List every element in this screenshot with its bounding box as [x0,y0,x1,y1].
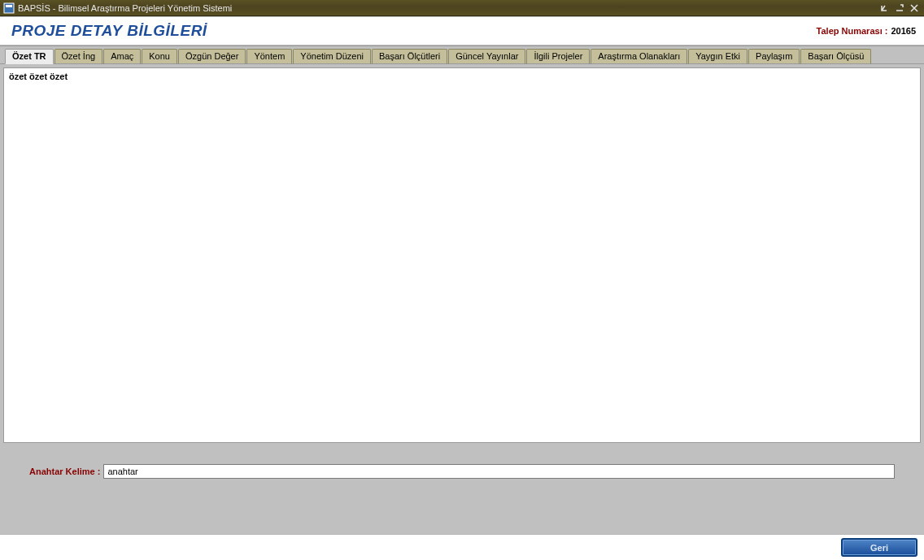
request-number-label: Talep Numarası : [817,26,888,36]
footer: Geri [0,534,924,560]
minimize-icon[interactable] [878,2,891,14]
header: PROJE DETAY BİLGİLERİ Talep Numarası : 2… [0,16,924,46]
request-number-value: 20165 [891,26,916,36]
tab-13[interactable]: Başarı Ölçüsü [800,49,871,64]
back-button-label: Geri [870,543,888,553]
tab-8[interactable]: Güncel Yayınlar [448,49,525,64]
request-number: Talep Numarası : 20165 [817,26,916,36]
tab-3[interactable]: Konu [142,49,177,64]
keyword-input[interactable] [103,464,895,479]
tab-5[interactable]: Yöntem [246,49,292,64]
keyword-row: Anahtar Kelime : [3,464,921,479]
app-window: BAPSİS - Bilimsel Araştırma Projeleri Yö… [0,0,924,560]
workarea: özet özet özet Anahtar Kelime : [0,64,924,534]
content-panel[interactable]: özet özet özet [3,67,921,443]
back-button[interactable]: Geri [841,538,917,557]
keyword-label: Anahtar Kelime : [29,467,100,476]
tab-7[interactable]: Başarı Ölçütleri [372,49,447,64]
tab-6[interactable]: Yönetim Düzeni [293,49,371,64]
tab-4[interactable]: Özgün Değer [178,49,246,64]
tab-12[interactable]: Paylaşım [748,49,800,64]
app-icon [3,2,15,14]
content-text: özet özet özet [9,72,68,81]
svg-rect-0 [4,3,14,13]
maximize-icon[interactable] [893,2,906,14]
close-icon[interactable] [908,2,921,14]
tab-10[interactable]: Araştırma Olanakları [591,49,687,64]
window-controls [878,2,924,14]
tab-wrap: Özet TRÖzet İngAmaçKonuÖzgün DeğerYöntem… [0,46,924,64]
tab-0[interactable]: Özet TR [5,49,54,64]
window-title: BAPSİS - Bilimsel Araştırma Projeleri Yö… [18,3,232,13]
tabbar: Özet TRÖzet İngAmaçKonuÖzgün DeğerYöntem… [0,46,924,64]
page-title: PROJE DETAY BİLGİLERİ [8,19,207,43]
tab-11[interactable]: Yaygın Etki [688,49,747,64]
tab-1[interactable]: Özet İng [54,49,103,64]
tab-2[interactable]: Amaç [103,49,141,64]
tab-9[interactable]: İlgili Projeler [526,49,590,64]
svg-rect-1 [6,5,12,7]
titlebar[interactable]: BAPSİS - Bilimsel Araştırma Projeleri Yö… [0,0,924,16]
